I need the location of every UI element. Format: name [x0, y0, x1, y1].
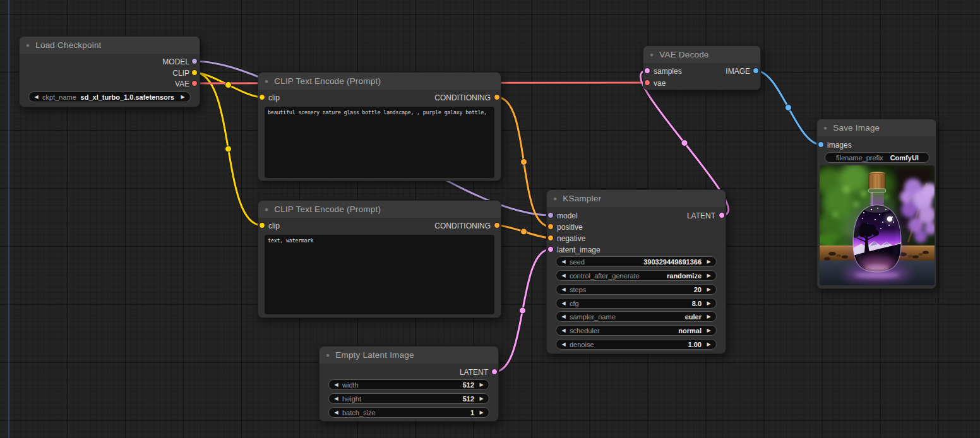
prompt-textarea[interactable]: beautiful scenery nature glass bottle la…: [265, 107, 494, 178]
decrement-icon[interactable]: ◀: [332, 410, 340, 415]
slot-conditioning-output[interactable]: CONDITIONING: [434, 220, 491, 232]
node-title-bar[interactable]: ● CLIP Text Encode (Prompt): [258, 73, 501, 90]
widget-cfg[interactable]: ◀ cfg 8.0 ▶: [556, 298, 717, 309]
node-title-bar[interactable]: ● Empty Latent Image: [320, 346, 498, 364]
slot-latent-output[interactable]: LATENT: [460, 367, 488, 378]
prompt-textarea[interactable]: text, watermark: [265, 235, 494, 314]
decrement-icon[interactable]: ◀: [559, 287, 568, 292]
increment-icon[interactable]: ▶: [477, 382, 486, 388]
prev-value-icon[interactable]: ◀: [559, 273, 568, 278]
node-title: VAE Decode: [659, 50, 708, 59]
slot-negative-input[interactable]: negative: [557, 233, 585, 244]
wire-midpoint-dot[interactable]: [681, 140, 688, 146]
widget-steps[interactable]: ◀ steps 20 ▶: [556, 284, 717, 295]
slot-model-input[interactable]: model: [557, 210, 578, 222]
increment-icon[interactable]: ▶: [705, 342, 713, 347]
increment-icon[interactable]: ▶: [705, 259, 713, 264]
node-title: CLIP Text Encode (Prompt): [274, 204, 381, 214]
node-title: Empty Latent Image: [335, 350, 414, 360]
wire-midpoint-dot[interactable]: [520, 307, 526, 314]
increment-icon[interactable]: ▶: [705, 301, 713, 306]
next-value-icon[interactable]: ▶: [705, 273, 713, 278]
widget-seed[interactable]: ◀ seed 390329449691366 ▶: [556, 256, 717, 267]
wire-midpoint-dot[interactable]: [521, 159, 527, 165]
node-title-bar[interactable]: ● Load Checkpoint: [20, 37, 200, 54]
node-status-icon: ●: [326, 352, 330, 358]
node-title: Save Image: [833, 123, 880, 133]
next-value-icon[interactable]: ▶: [179, 95, 187, 100]
wire-midpoint-dot[interactable]: [521, 228, 527, 235]
graph-canvas[interactable]: { "app": "ComfyUI node graph", "icons": …: [0, 0, 980, 438]
decrement-icon[interactable]: ◀: [559, 301, 568, 306]
decrement-icon[interactable]: ◀: [559, 259, 568, 264]
node-ksampler[interactable]: ● KSampler model positive negative laten…: [546, 189, 726, 354]
node-title-bar[interactable]: ● VAE Decode: [643, 46, 760, 63]
wire-midpoint-dot[interactable]: [225, 146, 232, 152]
slot-conditioning-output[interactable]: CONDITIONING: [434, 92, 491, 104]
node-load-checkpoint[interactable]: ● Load Checkpoint MODEL CLIP VAE ◀ ckpt_…: [19, 36, 200, 107]
slot-images-input[interactable]: images: [827, 139, 852, 151]
decrement-icon[interactable]: ◀: [332, 396, 340, 401]
slot-clip-input[interactable]: clip: [268, 220, 280, 232]
widget-ckpt-name[interactable]: ◀ ckpt_name sd_xl_turbo_1.0.safetensors …: [28, 92, 191, 102]
node-title: Load Checkpoint: [35, 40, 101, 50]
node-status-icon: ●: [823, 125, 827, 131]
node-save-image[interactable]: ● Save Image images filename_prefix Comf…: [816, 119, 936, 289]
increment-icon[interactable]: ▶: [477, 396, 486, 401]
next-value-icon[interactable]: ▶: [705, 314, 713, 319]
decrement-icon[interactable]: ◀: [332, 382, 340, 388]
increment-icon[interactable]: ▶: [477, 410, 486, 415]
node-title-bar[interactable]: ● Save Image: [817, 119, 936, 136]
node-clip-text-encode-negative[interactable]: ● CLIP Text Encode (Prompt) clip CONDITI…: [258, 200, 501, 318]
wire-midpoint-dot[interactable]: [225, 82, 232, 88]
wire-midpoint-dot[interactable]: [786, 105, 792, 111]
node-status-icon: ●: [650, 52, 654, 58]
node-vae-decode[interactable]: ● VAE Decode samples vae IMAGE: [643, 45, 761, 90]
widget-batch-size[interactable]: ◀ batch_size 1 ▶: [328, 407, 489, 418]
widget-sampler-name[interactable]: ◀ sampler_name euler ▶: [556, 311, 717, 322]
node-status-icon: ●: [553, 196, 557, 202]
slot-clip-output[interactable]: CLIP: [172, 68, 189, 79]
slot-latent-output[interactable]: LATENT: [687, 210, 715, 222]
widget-scheduler[interactable]: ◀ scheduler normal ▶: [556, 325, 717, 336]
node-empty-latent-image[interactable]: ● Empty Latent Image LATENT ◀ width 512 …: [319, 346, 499, 422]
widget-width[interactable]: ◀ width 512 ▶: [328, 379, 489, 390]
slot-positive-input[interactable]: positive: [557, 222, 583, 233]
node-title: KSampler: [563, 194, 601, 203]
node-clip-text-encode-positive[interactable]: ● CLIP Text Encode (Prompt) clip CONDITI…: [258, 72, 501, 181]
widget-denoise[interactable]: ◀ denoise 1.00 ▶: [556, 339, 717, 350]
widget-filename-prefix[interactable]: filename_prefix ComfyUI: [825, 152, 929, 163]
node-status-icon: ●: [26, 42, 30, 49]
prev-value-icon[interactable]: ◀: [559, 314, 568, 319]
slot-samples-input[interactable]: samples: [654, 66, 682, 77]
slot-image-output[interactable]: IMAGE: [726, 66, 750, 77]
node-title-bar[interactable]: ● CLIP Text Encode (Prompt): [258, 201, 501, 218]
generated-image-preview: [820, 165, 935, 285]
prev-value-icon[interactable]: ◀: [32, 95, 40, 100]
slot-model-output[interactable]: MODEL: [162, 56, 189, 68]
node-title: CLIP Text Encode (Prompt): [274, 76, 381, 86]
increment-icon[interactable]: ▶: [705, 287, 713, 292]
slot-latent-image-input[interactable]: latent_image: [557, 244, 601, 256]
node-status-icon: ●: [265, 78, 268, 85]
slot-vae-output[interactable]: VAE: [175, 78, 189, 90]
node-title-bar[interactable]: ● KSampler: [547, 190, 726, 207]
node-status-icon: ●: [265, 206, 268, 213]
next-value-icon[interactable]: ▶: [705, 328, 713, 333]
slot-vae-input[interactable]: vae: [654, 78, 666, 89]
prev-value-icon[interactable]: ◀: [559, 328, 568, 333]
widget-height[interactable]: ◀ height 512 ▶: [328, 393, 489, 404]
decrement-icon[interactable]: ◀: [559, 342, 568, 347]
slot-clip-input[interactable]: clip: [268, 92, 280, 104]
widget-control-after-generate[interactable]: ◀ control_after_generate randomize ▶: [556, 270, 717, 281]
